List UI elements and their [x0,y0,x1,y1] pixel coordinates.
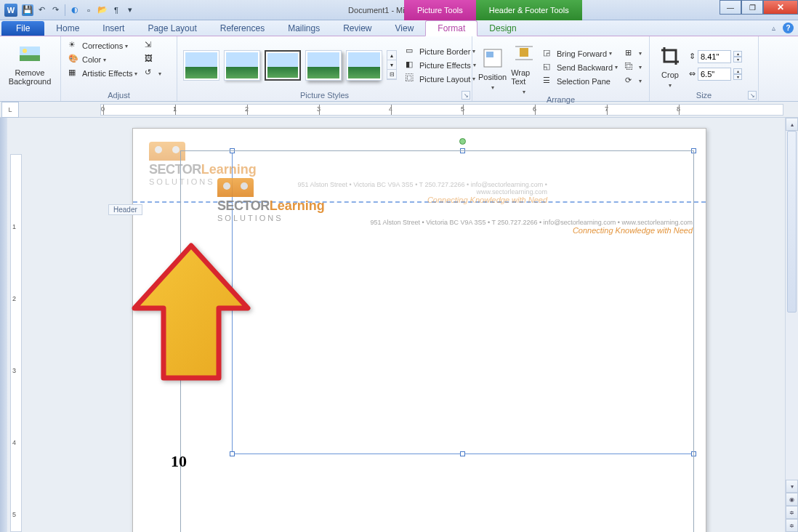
corrections-button[interactable]: ☀Corrections▾ [67,39,139,52]
annotation-arrow: 10 [126,241,257,390]
reset-picture-button[interactable]: ↺▾ [143,67,163,80]
remove-background-button[interactable]: Remove Background [6,39,54,86]
maximize-button[interactable]: ❐ [741,0,763,15]
effects-icon: ◧ [406,60,417,71]
layout-icon: ⿴ [406,73,417,85]
style-thumb-5[interactable] [346,50,382,81]
preview-icon[interactable]: ◐ [69,4,81,16]
width-down[interactable]: ▾ [733,74,742,80]
send-backward-icon: ◱ [543,62,555,73]
rotate-button[interactable]: ⟳▾ [624,75,643,88]
picture-layout-button[interactable]: ⿴Picture Layout▾ [404,73,477,86]
minimize-button[interactable]: — [720,0,741,15]
prev-page-button[interactable]: ≑ [786,506,798,519]
style-thumb-4[interactable] [305,50,342,81]
style-thumb-3[interactable] [265,50,301,81]
tab-selector[interactable]: L [1,102,19,118]
svg-rect-1 [20,55,40,61]
gallery-down-icon[interactable]: ▾ [387,60,396,70]
picture-styles-launcher[interactable]: ↘ [462,91,470,100]
color-button[interactable]: 🎨Color▾ [67,53,139,66]
tab-view[interactable]: View [384,21,426,36]
wrap-text-button[interactable]: Wrap Text▾ [511,39,537,95]
qat-more-icon[interactable]: ▾ [124,4,136,16]
gallery-up-icon[interactable]: ▴ [387,51,396,60]
selection-pane-icon: ☰ [543,76,555,87]
workspace: 12345 Header SECTORLearning SOLUTIONS 95… [0,118,798,532]
position-button[interactable]: Position▾ [478,44,507,91]
svg-point-2 [23,49,27,53]
annotation-number: 10 [171,452,187,471]
rotate-handle[interactable] [459,138,466,145]
svg-rect-4 [486,52,493,57]
align-button[interactable]: ⊞▾ [624,47,643,60]
height-down[interactable]: ▾ [733,57,742,63]
close-button[interactable]: ✕ [763,0,798,15]
redo-icon[interactable]: ↷ [49,4,61,16]
browse-object-button[interactable]: ◉ [786,493,798,506]
word-app-icon: W [4,4,17,17]
artistic-effects-button[interactable]: ▦Artistic Effects▾ [67,67,139,80]
height-input[interactable] [698,50,731,63]
compress-icon: ⇲ [145,40,156,52]
save-icon[interactable]: 💾 [22,4,33,16]
svg-rect-5 [520,48,528,57]
tab-home[interactable]: Home [44,21,91,36]
rotate-icon: ⟳ [625,76,637,87]
picture-effects-button[interactable]: ◧Picture Effects▾ [404,59,477,72]
scroll-up-button[interactable]: ▴ [786,118,798,131]
picture-tools-context-tab: Picture Tools [404,0,476,20]
scroll-down-button[interactable]: ▾ [786,480,798,493]
minimize-ribbon-icon[interactable]: ▵ [772,24,775,32]
gallery-more-icon[interactable]: ⊟ [387,70,396,79]
tab-insert[interactable]: Insert [91,21,136,36]
horizontal-ruler[interactable]: /* ticks drawn below via JS */ 012345678 [100,104,783,116]
undo-icon[interactable]: ↶ [36,4,47,16]
artistic-icon: ▦ [68,68,80,79]
change-picture-button[interactable]: 🖼 [143,53,163,66]
color-icon: 🎨 [68,54,80,65]
picture-border-button[interactable]: ▭Picture Border▾ [404,45,477,58]
tab-page-layout[interactable]: Page Layout [136,21,208,36]
adjust-group-label: Adjust [67,91,171,101]
group-icon: ⿻ [625,62,637,73]
style-thumb-2[interactable] [224,50,260,81]
document-area[interactable]: Header SECTORLearning SOLUTIONS 951 Alst… [25,118,792,532]
crop-button[interactable]: Crop▾ [656,41,685,89]
tab-references[interactable]: References [209,21,276,36]
next-page-button[interactable]: ≑ [786,519,798,532]
reset-icon: ↺ [145,68,156,79]
ribbon-tabs: File Home Insert Page Layout References … [0,20,798,36]
selection-pane-button[interactable]: ☰Selection Pane [541,75,619,88]
left-strip [0,118,7,532]
tab-design[interactable]: Design [477,21,528,36]
letterhead-selected: SECTORLearning SOLUTIONS [217,178,325,222]
send-backward-button[interactable]: ◱Send Backward▾ [541,61,619,74]
size-launcher[interactable]: ↘ [748,91,757,100]
tab-format[interactable]: Format [425,20,477,36]
corrections-icon: ☀ [68,40,80,52]
quick-access-toolbar: 💾 ↶ ↷ ◐ ▫ 📂 ¶ ▾ [22,4,136,16]
width-input[interactable] [698,68,731,81]
new-icon[interactable]: ▫ [83,4,94,16]
tab-mailings[interactable]: Mailings [276,21,331,36]
height-up[interactable]: ▴ [733,51,742,57]
open-icon[interactable]: 📂 [97,4,108,16]
position-icon [481,47,504,70]
group-button[interactable]: ⿻▾ [624,61,643,74]
tab-review[interactable]: Review [331,21,383,36]
tab-file[interactable]: File [1,21,44,36]
width-up[interactable]: ▴ [733,68,742,74]
help-icon[interactable]: ? [783,23,794,33]
height-input-row: ⇕ ▴▾ [689,50,742,63]
page: Header SECTORLearning SOLUTIONS 951 Alst… [132,128,706,532]
compress-pictures-button[interactable]: ⇲ [143,39,163,52]
picture-styles-gallery[interactable]: ▴ ▾ ⊟ [183,50,397,81]
crop-icon [658,44,682,68]
vertical-scrollbar[interactable]: ▴ ▾ ◉ ≑ ≑ [785,118,798,532]
vertical-ruler[interactable]: 12345 [10,154,22,532]
style-thumb-1[interactable] [183,50,219,81]
paragraph-icon[interactable]: ¶ [110,4,122,16]
scroll-thumb[interactable] [787,131,797,313]
bring-forward-button[interactable]: ◲Bring Forward▾ [541,47,619,60]
